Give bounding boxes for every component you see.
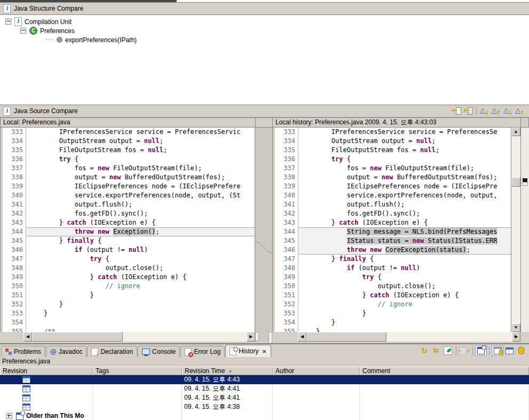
tab-console[interactable]: Console <box>138 346 180 357</box>
scroll-left-button[interactable]: ◀ <box>298 332 306 342</box>
diff-marker-secondary[interactable] <box>523 182 527 186</box>
right-horizontal-scrollbar[interactable]: ◀ ▶ <box>298 332 520 342</box>
group-row-older[interactable]: Older than This Mo <box>0 411 529 420</box>
previous-change-icon: △↑ <box>515 107 525 115</box>
show-revision-times-button[interactable] <box>475 345 487 356</box>
code-line-349: 349 } catch (IOException e) { <box>1 273 255 282</box>
line-number: 353 <box>275 309 298 318</box>
expander-plus-icon[interactable] <box>6 413 12 419</box>
line-number: 340 <box>275 191 298 200</box>
code-line-353: 353 } <box>273 309 511 318</box>
scroll-down-button[interactable]: ▼ <box>511 323 520 332</box>
line-number: 344 <box>3 227 26 236</box>
scroll-up-button[interactable]: ▲ <box>511 128 520 136</box>
tab-javadoc[interactable]: Javadoc <box>46 346 87 357</box>
line-number: 333 <box>275 128 298 137</box>
dropdown-arrow-icon[interactable]: ▾ <box>467 348 469 353</box>
expander-minus-icon[interactable] <box>5 19 11 25</box>
tree-item-compilation-unit[interactable]: Compilation Unit <box>0 17 529 26</box>
empty-cell <box>273 411 360 420</box>
column-header-tags[interactable]: Tags <box>93 367 182 375</box>
source-text: output = new BufferedOutputStream(fos); <box>26 173 255 182</box>
tags-cell <box>93 402 182 411</box>
tab-problems[interactable]: Problems <box>1 346 45 357</box>
column-header-revision-time[interactable]: Revision Time▼ <box>182 367 273 375</box>
tree-item-preferences[interactable]: Preferences <box>0 26 529 35</box>
scroll-right-button[interactable]: ▶ <box>512 332 520 342</box>
vertical-scroll-thumb[interactable] <box>511 177 520 187</box>
bottom-view-panel: ProblemsJavadocDeclarationConsoleError L… <box>0 343 529 420</box>
horizontal-scroll-thumb[interactable] <box>306 332 386 342</box>
revision-row[interactable]: 09. 4. 15. 오후 4:41 <box>0 393 529 402</box>
pin-view-button[interactable] <box>442 345 454 356</box>
overview-ruler[interactable] <box>520 128 529 332</box>
previous-change-button[interactable]: △↑ <box>514 106 526 116</box>
vertical-scrollbar[interactable]: ▲ ▼ <box>511 128 520 332</box>
revision-row[interactable]: 09. 4. 15. 오후 4:38 <box>0 402 529 411</box>
left-horizontal-scrollbar[interactable]: ◀ ▶ <box>23 332 255 342</box>
tab-declaration[interactable]: Declaration <box>87 346 137 357</box>
scroll-left-button[interactable]: ◀ <box>23 332 32 342</box>
next-difference-button[interactable]: △↓ <box>479 106 491 116</box>
tree-item-label: exportPreferences(IPath) <box>65 36 137 44</box>
source-text: } catch (IOException e) { <box>298 291 511 300</box>
code-line-346: 346 if (output != null) <box>1 245 255 255</box>
copy-current-right-to-left-button[interactable] <box>462 106 474 116</box>
tree-item-exportpreferences-ipath-[interactable]: exportPreferences(IPath) <box>0 35 529 44</box>
source-text: fos.getFD().sync(); <box>298 209 511 218</box>
eclipse-compare-window: Java Structure Compare Compilation UnitP… <box>0 0 529 420</box>
source-text: throw new Exception(); <box>26 227 255 236</box>
java-structure-compare-panel: Java Structure Compare Compilation UnitP… <box>0 2 529 105</box>
header-corner <box>520 117 529 128</box>
column-header-comment[interactable]: Comment <box>360 367 529 375</box>
source-text: /** <box>26 327 255 332</box>
left-pane-header: Local: Preferences.java <box>0 117 256 128</box>
group-revisions-button[interactable] <box>492 345 503 356</box>
code-line-340: 340 service.exportPreferences(node, outp… <box>273 191 511 200</box>
source-text: // ignore <box>298 300 511 309</box>
source-text: IPreferencesService service = Preference… <box>298 128 511 137</box>
tab-history[interactable]: History× <box>225 345 271 357</box>
compare-mode-menu-button[interactable]: ▾ <box>459 345 470 356</box>
console-icon <box>142 348 150 355</box>
line-number: 355 <box>3 327 26 332</box>
link-with-editor-button[interactable] <box>430 345 442 356</box>
code-line-337: 337 fos = new FileOutputStream(file); <box>1 164 255 173</box>
revision-row[interactable]: 09. 4. 15. 오후 4:43 <box>0 375 529 384</box>
tree-item-label: Compilation Unit <box>25 18 72 26</box>
previous-difference-button[interactable]: △↑ <box>491 106 502 116</box>
java-file-icon <box>3 4 11 13</box>
line-number: 352 <box>3 300 26 309</box>
structure-compare-tree[interactable]: Compilation UnitPreferencesexportPrefere… <box>0 15 529 107</box>
local-source-pane[interactable]: 333 IPreferencesService service = Prefer… <box>0 128 255 332</box>
source-text: output.flush(); <box>26 200 255 209</box>
refresh-button[interactable] <box>419 345 430 356</box>
line-number: 338 <box>3 173 26 182</box>
column-header-author[interactable]: Author <box>273 367 360 375</box>
diff-marker[interactable] <box>523 178 527 182</box>
column-header-revision[interactable]: Revision <box>0 367 93 375</box>
source-text: FileOutputStream fos = null; <box>298 146 511 155</box>
line-number: 339 <box>3 182 26 191</box>
expander-minus-icon[interactable] <box>20 28 26 34</box>
code-line-351: 351 } catch (IOException e) { <box>273 291 511 300</box>
scroll-right-button[interactable]: ▶ <box>247 332 255 342</box>
next-difference-icon: △↓ <box>480 107 489 115</box>
horizontal-scroll-thumb[interactable] <box>32 332 123 342</box>
revision-row[interactable]: 09. 4. 15. 오후 4:41 <box>0 384 529 393</box>
source-text: } <box>26 300 255 309</box>
source-text: IEclipsePreferences node = (IEclipsePre <box>298 182 511 191</box>
tab-error-log[interactable]: Error Log <box>180 346 225 357</box>
revision-details-button[interactable] <box>515 345 527 356</box>
code-line-340: 340 service.exportPreferences(node, outp… <box>1 191 255 200</box>
close-icon[interactable]: × <box>262 348 267 354</box>
table-layout-button[interactable] <box>503 345 515 356</box>
copy-all-right-to-left-button[interactable] <box>451 106 462 116</box>
history-source-pane[interactable]: 333 IPreferencesService service = Prefer… <box>272 128 511 332</box>
tab-label: History <box>239 347 258 355</box>
revision-time-cell: 09. 4. 15. 오후 4:43 <box>182 375 273 384</box>
code-line-335: 335 FileOutputStream fos = null; <box>1 146 255 155</box>
next-change-button[interactable]: △↓ <box>502 106 514 116</box>
source-text: String message = NLS.bind(PrefsMessages <box>298 227 511 236</box>
line-number: 348 <box>3 264 26 273</box>
